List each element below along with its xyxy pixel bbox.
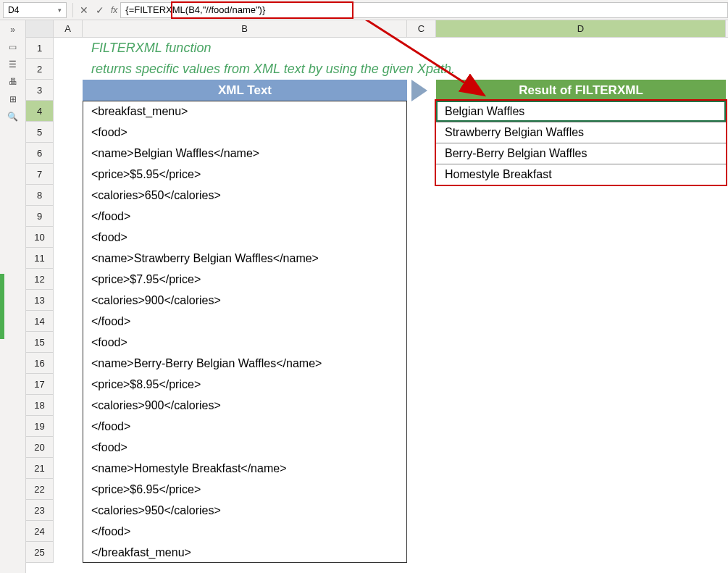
cell-B15[interactable]: <food> — [87, 332, 407, 353]
row-header-4[interactable]: 4 — [26, 101, 53, 122]
spreadsheet-grid[interactable]: A B C D 1 2 3 4 5 6 7 8 9 10 11 12 13 14… — [26, 20, 728, 573]
col-header-A[interactable]: A — [54, 20, 83, 37]
tool-icon-2[interactable]: ☰ — [6, 59, 20, 70]
cell-B22[interactable]: <price>$6.95</price> — [87, 479, 407, 500]
row-header-3[interactable]: 3 — [26, 80, 53, 101]
row-header-13[interactable]: 13 — [26, 290, 53, 311]
col-header-C[interactable]: C — [407, 20, 436, 37]
cell-B19[interactable]: </food> — [87, 416, 407, 437]
row-headers: 1 2 3 4 5 6 7 8 9 10 11 12 13 14 15 16 1… — [26, 38, 54, 563]
cell-B11[interactable]: <name>Strawberry Belgian Waffles</name> — [87, 248, 407, 269]
separator — [72, 3, 73, 17]
row-header-25[interactable]: 25 — [26, 542, 53, 563]
formula-text: {=FILTERXML(B4,"//food/name")} — [125, 4, 265, 15]
row-header-17[interactable]: 17 — [26, 374, 53, 395]
row-header-8[interactable]: 8 — [26, 185, 53, 206]
cell-B18[interactable]: <calories>900</calories> — [87, 395, 407, 416]
cell-D7[interactable]: Homestyle Breakfast — [440, 164, 726, 185]
select-all-corner[interactable] — [26, 20, 54, 37]
cell-B6[interactable]: <name>Belgian Waffles</name> — [87, 143, 407, 164]
cell-D6[interactable]: Berry-Berry Belgian Waffles — [440, 143, 726, 164]
cell-B23[interactable]: <calories>950</calories> — [87, 500, 407, 521]
row-header-7[interactable]: 7 — [26, 164, 53, 185]
tool-icon-1[interactable]: ▭ — [6, 42, 20, 52]
row-header-9[interactable]: 9 — [26, 206, 53, 227]
cell-B13[interactable]: <calories>900</calories> — [87, 290, 407, 311]
name-box[interactable]: D4 ▾ — [3, 2, 67, 18]
column-headers: A B C D — [26, 20, 728, 38]
row-header-23[interactable]: 23 — [26, 500, 53, 521]
row-header-20[interactable]: 20 — [26, 437, 53, 458]
row-header-14[interactable]: 14 — [26, 311, 53, 332]
name-box-dropdown-icon[interactable]: ▾ — [58, 7, 62, 14]
row-header-22[interactable]: 22 — [26, 479, 53, 500]
cell-B1-title[interactable]: FILTERXML function — [87, 38, 522, 59]
result-line-3 — [436, 164, 726, 164]
cell-D4[interactable]: Belgian Waffles — [440, 101, 726, 122]
tool-icon-3[interactable]: 🖶 — [6, 77, 20, 87]
tool-icon-5[interactable]: 🔍 — [6, 112, 20, 122]
formula-bar: D4 ▾ ✕ ✓ fx {=FILTERXML(B4,"//food/name"… — [0, 0, 728, 20]
enter-formula-button[interactable]: ✓ — [92, 2, 108, 18]
check-icon: ✓ — [96, 4, 104, 16]
cell-B25[interactable]: </breakfast_menu> — [87, 542, 407, 563]
cell-D5[interactable]: Strawberry Belgian Waffles — [440, 122, 726, 143]
result-line-2 — [436, 143, 726, 143]
row-header-19[interactable]: 19 — [26, 416, 53, 437]
row-header-5[interactable]: 5 — [26, 122, 53, 143]
cell-B16[interactable]: <name>Berry-Berry Belgian Waffles</name> — [87, 353, 407, 374]
name-box-value: D4 — [8, 5, 19, 15]
cell-B8[interactable]: <calories>650</calories> — [87, 185, 407, 206]
cell-B10[interactable]: <food> — [87, 227, 407, 248]
side-toolbar: » ▭ ☰ 🖶 ⊞ 🔍 — [0, 20, 26, 573]
row-header-1[interactable]: 1 — [26, 38, 53, 59]
tool-icon-4[interactable]: ⊞ — [6, 94, 20, 104]
cell-B5[interactable]: <food> — [87, 122, 407, 143]
cell-B21[interactable]: <name>Homestyle Breakfast</name> — [87, 458, 407, 479]
row-header-12[interactable]: 12 — [26, 269, 53, 290]
cell-B7[interactable]: <price>$5.95</price> — [87, 164, 407, 185]
cancel-icon: ✕ — [80, 4, 88, 16]
row-header-21[interactable]: 21 — [26, 458, 53, 479]
arrow-icon — [411, 80, 427, 101]
cell-D3-header[interactable]: Result of FILTERXML — [436, 80, 726, 101]
row-header-15[interactable]: 15 — [26, 332, 53, 353]
side-accent — [0, 274, 4, 339]
expand-icon[interactable]: » — [6, 25, 20, 35]
col-header-D[interactable]: D — [436, 20, 726, 37]
row-header-24[interactable]: 24 — [26, 521, 53, 542]
cell-B3-header[interactable]: XML Text — [83, 80, 407, 101]
cell-B24[interactable]: </food> — [87, 521, 407, 542]
cell-B2-subtitle[interactable]: returns specific values from XML text by… — [87, 59, 594, 80]
row-header-18[interactable]: 18 — [26, 395, 53, 416]
cell-B14[interactable]: </food> — [87, 311, 407, 332]
formula-input[interactable]: {=FILTERXML(B4,"//food/name")} — [120, 2, 728, 18]
row-header-11[interactable]: 11 — [26, 248, 53, 269]
result-line-1 — [436, 122, 726, 122]
cell-B20[interactable]: <food> — [87, 437, 407, 458]
cell-B9[interactable]: </food> — [87, 206, 407, 227]
row-header-6[interactable]: 6 — [26, 143, 53, 164]
cell-B17[interactable]: <price>$8.95</price> — [87, 374, 407, 395]
row-header-16[interactable]: 16 — [26, 353, 53, 374]
cell-B4[interactable]: <breakfast_menu> — [87, 101, 407, 122]
cancel-formula-button[interactable]: ✕ — [76, 2, 92, 18]
col-header-B[interactable]: B — [83, 20, 407, 37]
cell-B12[interactable]: <price>$7.95</price> — [87, 269, 407, 290]
row-header-10[interactable]: 10 — [26, 227, 53, 248]
row-header-2[interactable]: 2 — [26, 59, 53, 80]
fx-icon[interactable]: fx — [111, 5, 117, 15]
